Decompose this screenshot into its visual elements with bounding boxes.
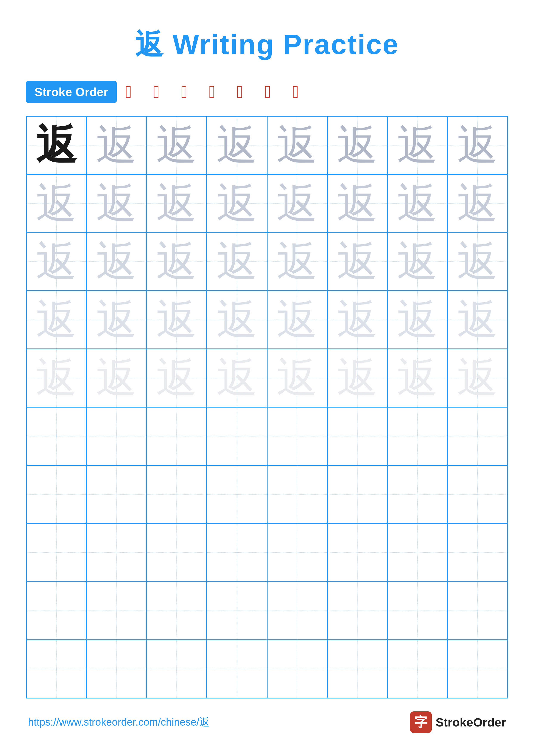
grid-cell[interactable] [147, 640, 207, 698]
grid-cell[interactable] [26, 524, 87, 582]
grid-cell[interactable] [26, 465, 87, 524]
grid-cell[interactable]: 返 [87, 232, 146, 291]
grid-cell[interactable] [447, 640, 508, 698]
grid-cell[interactable]: 返 [267, 116, 327, 174]
grid-cell[interactable]: 返 [267, 232, 327, 291]
practice-char: 返 [216, 241, 257, 282]
grid-cell[interactable]: 返 [447, 291, 508, 349]
practice-char: 返 [36, 183, 77, 224]
footer-logo-text: StrokeOrder [436, 715, 506, 729]
grid-cell[interactable] [267, 407, 327, 465]
grid-cell[interactable] [147, 582, 207, 640]
grid-cell[interactable]: 返 [26, 349, 87, 407]
grid-cell[interactable] [327, 407, 387, 465]
practice-char: 返 [277, 299, 318, 340]
grid-cell[interactable]: 返 [267, 349, 327, 407]
grid-cell[interactable]: 返 [207, 349, 267, 407]
grid-cell[interactable] [327, 582, 387, 640]
grid-cell[interactable] [267, 640, 327, 698]
grid-cell[interactable]: 返 [26, 174, 87, 232]
footer-logo: 字 StrokeOrder [410, 712, 506, 733]
grid-cell[interactable] [207, 640, 267, 698]
grid-cell[interactable] [447, 524, 508, 582]
grid-cell[interactable]: 返 [447, 174, 508, 232]
title-char: 返 [135, 29, 164, 60]
practice-char: 返 [337, 299, 378, 340]
grid-cell[interactable]: 返 [207, 174, 267, 232]
grid-cell[interactable] [147, 465, 207, 524]
strokeorder-icon: 字 [410, 712, 432, 733]
practice-char: 返 [277, 358, 318, 398]
grid-cell[interactable]: 返 [207, 232, 267, 291]
practice-char: 返 [36, 299, 77, 340]
grid-cell[interactable] [26, 582, 87, 640]
grid-cell[interactable] [207, 582, 267, 640]
grid-cell[interactable] [207, 524, 267, 582]
grid-cell[interactable]: 返 [267, 174, 327, 232]
grid-cell[interactable] [327, 465, 387, 524]
grid-cell[interactable] [327, 524, 387, 582]
grid-cell[interactable]: 返 [147, 349, 207, 407]
grid-cell[interactable] [267, 465, 327, 524]
grid-cell[interactable]: 返 [327, 291, 387, 349]
practice-char: 返 [457, 299, 498, 340]
grid-cell[interactable]: 返 [327, 174, 387, 232]
grid-cell[interactable]: 返 [387, 174, 447, 232]
practice-char: 返 [156, 358, 197, 398]
grid-cell[interactable] [387, 407, 447, 465]
title-text: Writing Practice [164, 29, 399, 60]
grid-cell[interactable]: 返 [147, 232, 207, 291]
footer-url[interactable]: https://www.strokeorder.com/chinese/返 [28, 715, 210, 729]
grid-cell[interactable] [447, 465, 508, 524]
grid-cell[interactable]: 返 [87, 291, 146, 349]
grid-cell[interactable] [327, 640, 387, 698]
grid-cell[interactable]: 返 [207, 291, 267, 349]
grid-cell[interactable]: 返 [387, 291, 447, 349]
grid-cell[interactable] [267, 524, 327, 582]
grid-cell[interactable]: 返 [387, 349, 447, 407]
grid-cell[interactable] [87, 582, 146, 640]
practice-char: 返 [277, 183, 318, 224]
practice-char: 返 [96, 299, 137, 340]
grid-cell[interactable]: 返 [327, 232, 387, 291]
grid-cell[interactable]: 返 [447, 349, 508, 407]
grid-cell[interactable]: 返 [327, 349, 387, 407]
grid-cell[interactable] [387, 582, 447, 640]
grid-cell[interactable] [207, 407, 267, 465]
grid-cell[interactable] [26, 407, 87, 465]
grid-cell[interactable]: 返 [26, 232, 87, 291]
grid-cell[interactable] [267, 582, 327, 640]
practice-char: 返 [36, 241, 77, 282]
grid-cell[interactable]: 返 [26, 116, 87, 174]
grid-cell[interactable]: 返 [26, 291, 87, 349]
grid-cell[interactable] [87, 465, 146, 524]
grid-cell[interactable]: 返 [87, 174, 146, 232]
grid-cell[interactable] [387, 640, 447, 698]
grid-cell[interactable]: 返 [87, 116, 146, 174]
grid-cell[interactable]: 返 [87, 349, 146, 407]
grid-cell[interactable] [87, 640, 146, 698]
grid-cell[interactable]: 返 [387, 232, 447, 291]
grid-cell[interactable] [147, 524, 207, 582]
grid-cell[interactable]: 返 [267, 291, 327, 349]
grid-cell[interactable]: 返 [387, 116, 447, 174]
grid-cell[interactable] [87, 407, 146, 465]
grid-cell[interactable]: 返 [207, 116, 267, 174]
grid-cell[interactable]: 返 [447, 116, 508, 174]
grid-cell[interactable] [447, 407, 508, 465]
grid-cell[interactable] [87, 524, 146, 582]
practice-char: 返 [96, 125, 137, 166]
grid-cell[interactable]: 返 [447, 232, 508, 291]
grid-cell[interactable]: 返 [147, 291, 207, 349]
grid-cell[interactable]: 返 [147, 174, 207, 232]
grid-cell[interactable]: 返 [147, 116, 207, 174]
grid-cell[interactable] [26, 640, 87, 698]
grid-cell[interactable]: 返 [327, 116, 387, 174]
grid-cell[interactable] [207, 465, 267, 524]
stroke-order-badge: Stroke Order [26, 81, 117, 103]
grid-cell[interactable] [387, 524, 447, 582]
grid-cell[interactable] [447, 582, 508, 640]
grid-cell[interactable] [387, 465, 447, 524]
grid-cell[interactable] [147, 407, 207, 465]
practice-char: 返 [337, 241, 378, 282]
